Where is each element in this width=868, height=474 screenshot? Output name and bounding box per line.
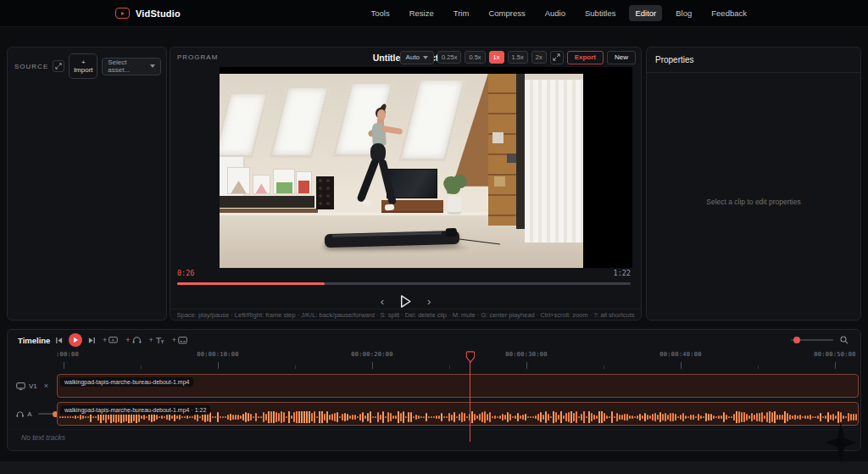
scene-skylight	[269, 86, 331, 158]
playback-times: 0:26 1:22	[177, 269, 631, 277]
remove-video-track-button[interactable]: ×	[44, 382, 48, 390]
add-video-track-button[interactable]: +	[103, 336, 118, 344]
next-frame-button[interactable]: ›	[426, 296, 432, 307]
play-button[interactable]	[399, 294, 412, 309]
asset-select-value: Select asset...	[108, 59, 150, 74]
quality-select[interactable]: Auto	[400, 51, 434, 64]
video-clip-name: walkingpad-tapis-marche-bureau-debout-1.…	[60, 377, 193, 387]
seek-bar[interactable]	[177, 282, 631, 285]
audio-clip[interactable]: walkingpad-tapis-marche-bureau-debout-1.…	[57, 402, 859, 426]
scene-shelf-item	[492, 132, 504, 144]
add-text-track-button[interactable]: +	[149, 336, 164, 344]
add-track-buttons: + + + +	[103, 336, 187, 344]
export-button[interactable]: Export	[567, 51, 604, 64]
timeline-title: Timeline	[18, 336, 50, 345]
headphones-icon	[132, 336, 142, 344]
previous-frame-button[interactable]: ‹	[379, 296, 386, 307]
nav-item-trim[interactable]: Trim	[448, 5, 476, 21]
scene-person	[350, 105, 409, 241]
brand-name: VidStudio	[136, 8, 181, 19]
app-window: VidStudio Tools Resize Trim Compress Aud…	[0, 0, 868, 474]
scene-poster	[296, 171, 312, 194]
quality-select-value: Auto	[406, 53, 420, 61]
footer-strip	[0, 461, 868, 474]
scene-shelf-item	[507, 153, 516, 163]
properties-empty-message: Select a clip to edit properties	[647, 198, 860, 206]
subtitles-icon	[178, 337, 187, 344]
scene-poster	[227, 167, 251, 194]
text-track-icon	[155, 337, 164, 344]
headphones-icon	[16, 410, 24, 418]
new-project-button[interactable]: New	[607, 51, 636, 64]
progress-fill	[177, 282, 325, 285]
program-panel: PROGRAM Untitled Project Auto 0.25x 0.5x…	[170, 47, 642, 321]
video-track-icon	[108, 337, 118, 344]
scene-media-console-shelf	[220, 209, 318, 213]
import-label: Import	[74, 66, 93, 74]
main-nav: Tools Resize Trim Compress Audio Subtitl…	[365, 5, 754, 21]
video-track-row: V1 × walkingpad-tapis-marche-bureau-debo…	[8, 373, 860, 399]
source-expand-button[interactable]	[53, 60, 64, 72]
program-panel-title: PROGRAM	[177, 53, 218, 61]
top-navbar: VidStudio Tools Resize Trim Compress Aud…	[0, 0, 868, 27]
nav-item-blog[interactable]: Blog	[670, 5, 698, 21]
ruler-label: 00:00:50:00	[814, 351, 855, 358]
timeline-zoom-slider[interactable]	[791, 339, 833, 341]
zoom-slider-thumb[interactable]	[793, 337, 800, 343]
import-button[interactable]: + Import	[69, 53, 97, 79]
speed-button-15x[interactable]: 1.5x	[508, 51, 528, 64]
nav-item-subtitles[interactable]: Subtitles	[579, 5, 621, 21]
scene-skylight	[220, 92, 270, 158]
properties-title: Properties	[647, 47, 860, 73]
add-subtitle-track-button[interactable]: +	[172, 336, 187, 344]
speed-button-05x[interactable]: 0.5x	[465, 51, 485, 64]
no-text-tracks-message: No text tracks	[21, 433, 65, 442]
ruler-label: 00:00:00	[57, 351, 79, 358]
speed-button-1x[interactable]: 1x	[489, 51, 504, 64]
scene-curtain	[525, 80, 583, 243]
scene-wine-rack	[316, 176, 334, 209]
scene-door-gap	[516, 74, 526, 229]
play-icon	[399, 294, 412, 309]
nav-item-resize[interactable]: Resize	[403, 5, 440, 21]
timeline-ruler[interactable]: 00:00:0000:00:10:0000:00:20:0000:00:30:0…	[57, 349, 855, 371]
timeline-play-button[interactable]	[69, 333, 82, 347]
scene-poster	[253, 175, 270, 194]
video-frame-scene	[220, 74, 583, 268]
nav-item-compress[interactable]: Compress	[482, 5, 531, 21]
nav-item-editor[interactable]: Editor	[629, 5, 662, 21]
ruler-label: 00:00:10:00	[197, 351, 239, 358]
timeline-header: Timeline + + + +	[8, 330, 860, 350]
audio-clip-name: walkingpad-tapis-marche-bureau-debout-1.…	[60, 405, 210, 415]
magnifier-icon[interactable]	[840, 336, 849, 344]
properties-panel: Properties Select a clip to edit propert…	[646, 47, 861, 321]
skip-to-start-button[interactable]	[55, 337, 63, 344]
video-clip[interactable]: walkingpad-tapis-marche-bureau-debout-1.…	[57, 374, 859, 398]
import-plus: +	[81, 59, 86, 66]
brand[interactable]: VidStudio	[115, 8, 181, 19]
audio-volume-slider[interactable]	[38, 413, 57, 415]
duration: 1:22	[614, 269, 631, 277]
nav-item-feedback[interactable]: Feedback	[705, 5, 753, 21]
video-preview[interactable]	[220, 67, 632, 268]
source-panel: SOURCE + Import Select asset...	[7, 47, 167, 321]
ruler-label: 00:00:40:00	[659, 351, 702, 358]
skip-to-end-button[interactable]	[88, 337, 96, 344]
speed-button-025x[interactable]: 0.25x	[437, 51, 461, 64]
speed-button-2x[interactable]: 2x	[531, 51, 547, 64]
source-panel-title: SOURCE	[14, 63, 48, 70]
asset-select[interactable]: Select asset...	[102, 58, 161, 75]
chevron-down-icon	[423, 56, 428, 59]
video-track-label: V1	[29, 382, 37, 390]
chevron-down-icon	[150, 64, 155, 68]
shortcuts-bar: Space: play/pause · Left/Right: frame st…	[170, 309, 641, 320]
scene-shelf-item	[494, 176, 505, 186]
nav-item-tools[interactable]: Tools	[365, 5, 396, 21]
add-audio-track-button[interactable]: +	[125, 336, 141, 344]
nav-item-audio[interactable]: Audio	[539, 5, 571, 21]
play-icon	[74, 337, 78, 343]
audio-track-label: A	[27, 410, 31, 418]
program-header: PROGRAM Untitled Project Auto 0.25x 0.5x…	[170, 47, 641, 67]
text-track-row: No text tracks	[8, 429, 860, 444]
fullscreen-button[interactable]	[550, 51, 564, 64]
